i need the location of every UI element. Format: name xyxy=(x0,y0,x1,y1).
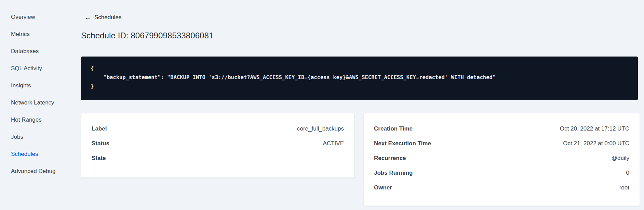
row-value: root xyxy=(619,184,629,191)
table-row: Owner root xyxy=(374,180,629,195)
sidebar-item-overview[interactable]: Overview xyxy=(0,10,68,27)
sidebar-item-schedules[interactable]: Schedules xyxy=(0,147,68,164)
row-value: Oct 21, 2022 at 0:00 UTC xyxy=(563,140,629,147)
table-row: Label core_full_backups xyxy=(92,121,344,136)
sidebar-item-sql-activity[interactable]: SQL Activity xyxy=(0,62,68,79)
table-row: Status ACTIVE xyxy=(92,136,344,151)
row-value: core_full_backups xyxy=(297,125,344,132)
row-label: Jobs Running xyxy=(374,170,413,176)
breadcrumb-label: Schedules xyxy=(94,14,121,21)
code-line: "backup_statement": "BACKUP INTO 's3://b… xyxy=(91,73,628,82)
row-label: Owner xyxy=(374,184,392,191)
sidebar-item-insights[interactable]: Insights xyxy=(0,79,68,96)
row-label: State xyxy=(92,155,106,162)
row-label: Recurrence xyxy=(374,155,406,162)
row-value: @daily xyxy=(612,155,629,162)
page-title: Schedule ID: 806799098533806081 xyxy=(81,31,213,40)
sidebar-item-hot-ranges[interactable]: Hot Ranges xyxy=(0,113,68,130)
table-row: Recurrence @daily xyxy=(374,151,629,165)
main-content: ← Schedules Schedule ID: 806799098533806… xyxy=(81,0,638,210)
table-row: Creation Time Oct 20, 2022 at 17:12 UTC xyxy=(374,121,629,136)
backup-statement-code-block: { "backup_statement": "BACKUP INTO 's3:/… xyxy=(81,57,638,100)
sidebar-item-advanced-debug[interactable]: Advanced Debug xyxy=(0,164,68,182)
row-label: Next Execution Time xyxy=(374,140,431,147)
table-row: State xyxy=(92,151,344,165)
back-to-schedules-link[interactable]: ← Schedules xyxy=(85,14,121,21)
back-arrow-icon: ← xyxy=(85,14,91,21)
table-row: Next Execution Time Oct 21, 2022 at 0:00… xyxy=(374,136,629,151)
code-line: } xyxy=(91,82,628,91)
row-value: 0 xyxy=(626,170,629,176)
schedule-details-card: Label core_full_backups Status ACTIVE St… xyxy=(81,113,354,178)
row-value: Oct 20, 2022 at 17:12 UTC xyxy=(560,125,629,132)
table-row: Jobs Running 0 xyxy=(374,165,629,180)
code-line: { xyxy=(91,64,628,73)
row-label: Label xyxy=(92,125,107,132)
sidebar: Overview Metrics Databases SQL Activity … xyxy=(0,10,68,182)
row-value: ACTIVE xyxy=(323,140,344,147)
row-label: Status xyxy=(92,140,109,147)
sidebar-item-network-latency[interactable]: Network Latency xyxy=(0,96,68,113)
sidebar-item-databases[interactable]: Databases xyxy=(0,45,68,62)
schedule-timing-card: Creation Time Oct 20, 2022 at 17:12 UTC … xyxy=(363,113,640,206)
sidebar-item-jobs[interactable]: Jobs xyxy=(0,130,68,147)
row-label: Creation Time xyxy=(374,125,413,132)
sidebar-item-metrics[interactable]: Metrics xyxy=(0,27,68,45)
